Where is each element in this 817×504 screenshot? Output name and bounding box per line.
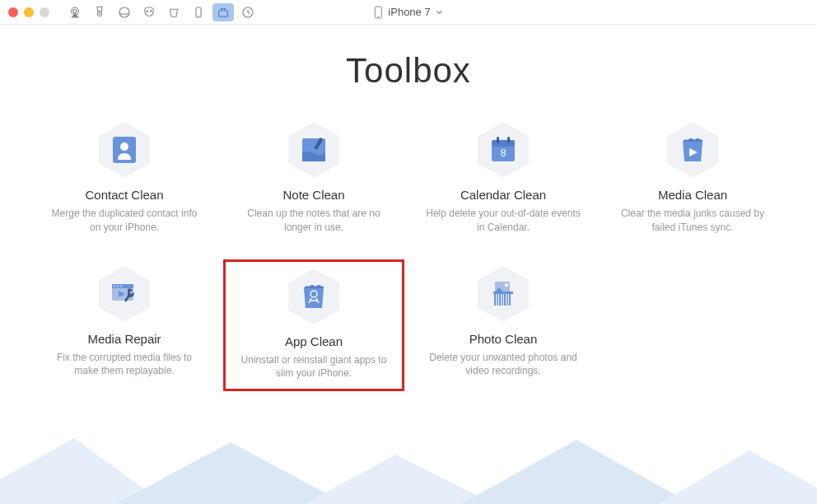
calendar-icon: 8 bbox=[474, 120, 533, 180]
toolbox-icon[interactable] bbox=[212, 3, 234, 21]
card-desc: Help delete your out-of-date events in C… bbox=[425, 207, 581, 235]
mountains-decoration bbox=[0, 430, 817, 504]
svg-point-2 bbox=[119, 7, 129, 17]
svg-rect-46 bbox=[509, 294, 511, 306]
close-window-button[interactable] bbox=[8, 7, 18, 17]
svg-point-3 bbox=[147, 10, 148, 12]
media-repair-icon bbox=[95, 264, 154, 324]
note-icon bbox=[284, 120, 343, 180]
phone-icon bbox=[373, 6, 383, 19]
tools-grid: Contact Clean Merge the duplicated conta… bbox=[0, 115, 817, 391]
card-desc: Delete your unwanted photos and video re… bbox=[425, 351, 581, 379]
svg-point-1 bbox=[73, 9, 77, 13]
device-name: iPhone 7 bbox=[388, 6, 430, 18]
app-clean-icon bbox=[284, 267, 343, 326]
contact-clean-card[interactable]: Contact Clean Merge the duplicated conta… bbox=[34, 115, 215, 243]
airplay-icon[interactable] bbox=[64, 3, 86, 21]
svg-rect-32 bbox=[120, 285, 122, 287]
device-selector[interactable]: iPhone 7 bbox=[373, 6, 443, 19]
svg-text:8: 8 bbox=[501, 147, 507, 159]
svg-marker-47 bbox=[0, 438, 165, 504]
chevron-down-icon bbox=[436, 8, 444, 16]
svg-rect-41 bbox=[497, 294, 498, 306]
app-clean-card[interactable]: App Clean Uninstall or reinstall giant a… bbox=[223, 259, 404, 392]
globe-icon[interactable] bbox=[114, 3, 135, 21]
svg-rect-39 bbox=[493, 292, 513, 294]
card-title: Photo Clean bbox=[469, 332, 538, 346]
svg-rect-31 bbox=[117, 285, 119, 287]
card-desc: Fix the corrupted media files to make th… bbox=[46, 351, 203, 379]
card-title: Media Clean bbox=[658, 188, 727, 202]
calendar-clean-card[interactable]: 8 Calendar Clean Help delete your out-of… bbox=[413, 115, 594, 243]
card-title: App Clean bbox=[285, 334, 343, 348]
svg-marker-49 bbox=[305, 455, 494, 504]
titlebar: iPhone 7 bbox=[0, 0, 817, 25]
mask-icon[interactable] bbox=[138, 3, 160, 21]
history-icon[interactable] bbox=[237, 3, 259, 21]
card-title: Note Clean bbox=[282, 188, 344, 202]
card-desc: Clean up the notes that are no longer in… bbox=[236, 207, 392, 235]
svg-point-38 bbox=[505, 283, 508, 287]
media-clean-card[interactable]: Media Clean Clear the media junks caused… bbox=[602, 115, 783, 243]
contact-icon bbox=[95, 120, 154, 180]
bucket-icon[interactable] bbox=[163, 3, 184, 21]
photo-clean-card[interactable]: Photo Clean Delete your unwanted photos … bbox=[413, 259, 594, 392]
maximize-window-button[interactable] bbox=[40, 7, 49, 17]
svg-rect-22 bbox=[497, 137, 499, 143]
brush-icon[interactable] bbox=[89, 3, 110, 21]
svg-point-14 bbox=[120, 142, 128, 151]
note-clean-card[interactable]: Note Clean Clean up the notes that are n… bbox=[223, 115, 404, 243]
svg-rect-23 bbox=[507, 137, 510, 143]
svg-rect-43 bbox=[502, 294, 503, 306]
card-desc: Uninstall or reinstall giant apps to sli… bbox=[236, 353, 392, 381]
card-desc: Clear the media junks caused by failed i… bbox=[614, 207, 771, 235]
media-repair-card[interactable]: Media Repair Fix the corrupted media fil… bbox=[34, 259, 215, 392]
page-title: Toolbox bbox=[0, 51, 817, 91]
svg-rect-30 bbox=[114, 285, 115, 287]
card-title: Contact Clean bbox=[85, 188, 163, 202]
device-icon[interactable] bbox=[188, 3, 209, 21]
svg-marker-51 bbox=[659, 450, 817, 504]
window-controls bbox=[8, 7, 49, 17]
svg-marker-50 bbox=[461, 440, 692, 504]
svg-rect-44 bbox=[504, 294, 506, 306]
svg-rect-40 bbox=[494, 294, 496, 306]
svg-rect-45 bbox=[507, 294, 508, 306]
svg-point-4 bbox=[151, 10, 152, 12]
svg-rect-21 bbox=[492, 140, 515, 147]
toolbar bbox=[64, 3, 259, 21]
svg-marker-48 bbox=[115, 442, 346, 504]
card-title: Calendar Clean bbox=[460, 188, 546, 202]
svg-rect-42 bbox=[499, 294, 501, 306]
card-desc: Merge the duplicated contact info on you… bbox=[46, 207, 203, 235]
media-clean-icon bbox=[663, 120, 722, 180]
card-title: Media Repair bbox=[87, 332, 161, 346]
photo-clean-icon bbox=[474, 264, 533, 324]
svg-rect-7 bbox=[219, 10, 228, 16]
minimize-window-button[interactable] bbox=[24, 7, 34, 17]
